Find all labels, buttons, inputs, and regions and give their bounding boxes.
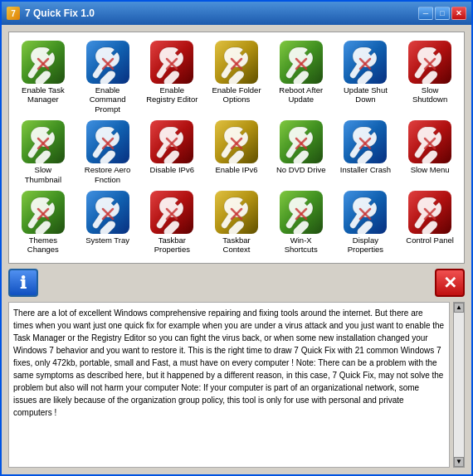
maximize-button[interactable]: □ — [435, 7, 450, 20]
icon-label-17: Taskbar Properties — [145, 236, 199, 255]
icon-item-21[interactable]: Control Panel — [399, 189, 461, 256]
icon-item-17[interactable]: Taskbar Properties — [141, 189, 202, 256]
icon-item-18[interactable]: Taskbar Context — [206, 189, 267, 256]
icon-label-5: Reboot After Update — [274, 85, 328, 104]
scrollbar[interactable]: ▲ ▼ — [453, 302, 465, 468]
icon-item-9[interactable]: Restore Aero Fnction — [77, 119, 139, 186]
icon-item-1[interactable]: Enable Task Manager — [12, 39, 74, 115]
description-text: There are a lot of excellent Windows com… — [8, 302, 450, 468]
icon-label-3: Enable Registry Editor — [145, 85, 199, 104]
description-section: There are a lot of excellent Windows com… — [8, 302, 465, 468]
icon-label-21: Control Panel — [406, 236, 454, 245]
icon-item-12[interactable]: No DVD Drive — [271, 119, 332, 186]
title-bar: 7 7 Quick Fix 1.0 ─ □ ✕ — [2, 2, 471, 25]
icon-item-3[interactable]: Enable Registry Editor — [141, 39, 202, 115]
icon-item-4[interactable]: Enable Folder Options — [206, 39, 267, 115]
exit-button[interactable]: ✕ — [435, 269, 465, 297]
icon-label-10: Disable IPv6 — [150, 165, 194, 174]
title-buttons: ─ □ ✕ — [418, 7, 466, 20]
bottom-bar: ℹ ✕ — [8, 269, 465, 297]
icon-item-15[interactable]: Themes Changes — [12, 189, 74, 256]
icon-item-13[interactable]: Installer Crash — [335, 119, 397, 186]
icon-label-14: Slow Menu — [411, 165, 450, 174]
icon-item-10[interactable]: Disable IPv6 — [141, 119, 202, 186]
icon-label-16: System Tray — [85, 236, 129, 245]
content-area: Enable Task Manager Enable Command Promp… — [2, 25, 471, 474]
icon-label-19: Win-X Shortcuts — [274, 236, 328, 255]
icon-label-1: Enable Task Manager — [16, 85, 70, 104]
icon-item-8[interactable]: Slow Thumbnail — [12, 119, 74, 186]
icon-item-7[interactable]: Slow Shutdown — [399, 39, 461, 115]
icon-label-4: Enable Folder Options — [209, 85, 263, 104]
icon-label-18: Taskbar Context — [209, 236, 263, 255]
icon-item-6[interactable]: Update Shut Down — [335, 39, 397, 115]
app-icon: 7 — [7, 7, 20, 20]
icon-label-15: Themes Changes — [16, 236, 70, 255]
icon-label-20: Display Properties — [339, 236, 393, 255]
info-button[interactable]: ℹ — [8, 269, 38, 297]
icon-label-8: Slow Thumbnail — [16, 165, 70, 184]
icon-item-5[interactable]: Reboot After Update — [271, 39, 332, 115]
icon-label-7: Slow Shutdown — [403, 85, 457, 104]
icon-item-20[interactable]: Display Properties — [335, 189, 397, 256]
icon-item-14[interactable]: Slow Menu — [399, 119, 461, 186]
icon-label-12: No DVD Drive — [276, 165, 326, 174]
icon-item-11[interactable]: Enable IPv6 — [206, 119, 267, 186]
window-title: 7 Quick Fix 1.0 — [25, 7, 418, 19]
close-button[interactable]: ✕ — [451, 7, 466, 20]
icon-label-2: Enable Command Prompt — [80, 85, 134, 114]
icons-grid: Enable Task Manager Enable Command Promp… — [8, 32, 465, 264]
icon-label-13: Installer Crash — [340, 165, 391, 174]
minimize-button[interactable]: ─ — [418, 7, 433, 20]
scroll-down[interactable]: ▼ — [454, 457, 464, 467]
icon-item-16[interactable]: System Tray — [77, 189, 139, 256]
icon-label-11: Enable IPv6 — [215, 165, 257, 174]
icon-item-19[interactable]: Win-X Shortcuts — [271, 189, 332, 256]
icon-item-2[interactable]: Enable Command Prompt — [77, 39, 139, 115]
main-window: 7 7 Quick Fix 1.0 ─ □ ✕ Enable Task Mana… — [0, 0, 473, 476]
icon-label-9: Restore Aero Fnction — [80, 165, 134, 184]
icon-label-6: Update Shut Down — [339, 85, 393, 104]
scroll-up[interactable]: ▲ — [454, 303, 464, 313]
